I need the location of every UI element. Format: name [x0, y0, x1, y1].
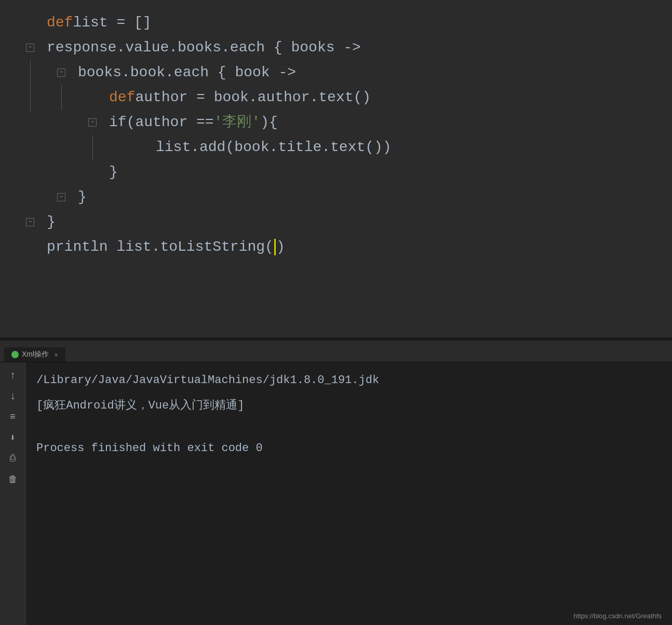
terminal-body: ↑ ↓ ≡ ⬇ ⎙ 🗑 /Library/Java/JavaVirtualMac…	[0, 362, 672, 625]
cursor-block	[274, 239, 276, 255]
code-line-9: − }	[0, 210, 672, 235]
clear-btn[interactable]: 🗑	[5, 471, 21, 487]
code-line-6: list.add(book.title.text())	[0, 135, 672, 160]
tab-label: Xml操作	[22, 350, 49, 359]
code-text: response.value.books.each { books ->	[47, 35, 361, 60]
vline-3	[61, 85, 62, 110]
watermark: https://blog.csdn.net/Greathfs	[573, 612, 662, 620]
scroll-up-btn[interactable]: ↑	[5, 368, 21, 383]
code-text-brace: ){	[260, 110, 278, 135]
code-line-5: − if(author == '李刚' ){	[0, 110, 672, 135]
exit-line: Process finished with exit code 0	[36, 439, 662, 458]
kw-def: def	[47, 10, 73, 35]
save-output-btn[interactable]: ⬇	[5, 430, 21, 445]
wrap-btn[interactable]: ≡	[5, 409, 21, 425]
fold-icon-2[interactable]: −	[26, 44, 34, 52]
code-line-1: def list = []	[0, 10, 672, 35]
code-text: }	[78, 185, 87, 210]
string-ligand: '李刚'	[214, 110, 261, 135]
code-text: }	[109, 160, 118, 185]
vline-5	[92, 135, 93, 160]
terminal-tabs-bar: Xml操作 ×	[0, 341, 672, 362]
fold-icon-8[interactable]: −	[57, 193, 65, 201]
code-line-8: − }	[0, 185, 672, 210]
code-text: author = book.author.text()	[135, 85, 371, 110]
code-line-7: }	[0, 160, 672, 185]
tab-close-icon[interactable]: ×	[54, 351, 58, 359]
print-btn[interactable]: ⎙	[5, 451, 21, 466]
code-line-10: println list.toListString( )	[0, 235, 672, 260]
scroll-down-btn[interactable]: ↓	[5, 388, 21, 404]
editor-area: def list = [] − response.value.books.eac…	[0, 0, 672, 337]
fold-icon-3[interactable]: −	[57, 69, 65, 77]
terminal-sidebar: ↑ ↓ ≡ ⬇ ⎙ 🗑	[0, 362, 26, 625]
terminal-area: Xml操作 × ↑ ↓ ≡ ⬇ ⎙ 🗑 /Library/Java/JavaVi…	[0, 341, 672, 625]
code-line-4: def author = book.author.text()	[0, 85, 672, 110]
fold-icon-5[interactable]: −	[88, 118, 97, 127]
code-line-2: − response.value.books.each { books ->	[0, 35, 672, 60]
output-line: [疯狂Android讲义，Vue从入门到精通]	[36, 396, 662, 415]
cursor-pos	[274, 235, 276, 260]
code-text: list = []	[73, 10, 151, 35]
code-text: list.add(book.title.text())	[156, 135, 392, 160]
println-kw: println list.toListString(	[47, 235, 274, 260]
terminal-tab-xml[interactable]: Xml操作 ×	[4, 347, 65, 362]
code-text: }	[47, 210, 56, 235]
code-line-3: − books.book.each { book ->	[0, 60, 672, 85]
code-text-if: if(author ==	[109, 110, 214, 135]
path-line: /Library/Java/JavaVirtualMachines/jdk1.8…	[36, 371, 662, 390]
empty-line	[36, 426, 662, 439]
closing-paren: )	[276, 235, 285, 260]
kw-def-2: def	[109, 85, 135, 110]
tab-icon-circle	[11, 351, 19, 358]
fold-icon-9[interactable]: −	[26, 218, 34, 226]
code-text: books.book.each { book ->	[78, 60, 296, 85]
vline-2	[30, 60, 31, 112]
terminal-content: /Library/Java/JavaVirtualMachines/jdk1.8…	[26, 362, 672, 625]
